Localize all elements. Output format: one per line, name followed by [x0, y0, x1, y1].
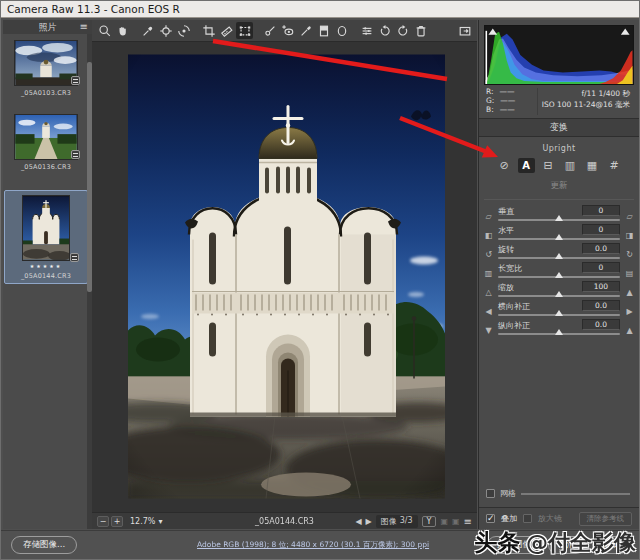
adjustment-brush-tool-icon[interactable] — [297, 22, 314, 39]
upright-full-button[interactable]: ▦ — [584, 158, 601, 173]
thumbnail-filename: _05A0136.CR3 — [6, 163, 86, 171]
thumbnail-cell-3-selected[interactable]: ★★★★★ _05A0144.CR3 — [4, 190, 88, 284]
slider-row-x-offset: ◀ 横向补正 0.0 ▶ — [484, 301, 634, 319]
upright-level-button[interactable]: ⊟ — [540, 158, 557, 173]
before-after-toggle[interactable]: Y — [422, 516, 437, 527]
exif-info: R:—— G:—— B:—— f/11 1/400 秒 ISO 100 11-2… — [486, 88, 632, 115]
aspect-left-icon[interactable]: ▥ — [482, 269, 495, 278]
rotate-right-icon[interactable] — [394, 22, 411, 39]
scale-right-icon[interactable]: ▲ — [623, 288, 636, 297]
scale-value[interactable]: 100 — [582, 281, 620, 292]
zoom-out-button[interactable]: − — [97, 516, 109, 527]
upright-guided-button[interactable]: # — [606, 158, 623, 173]
loupe-label: 放大镜 — [538, 513, 562, 524]
zoom-level-select[interactable]: 12.7% ▾ — [130, 517, 162, 526]
open-image-button[interactable]: 打开图像 — [487, 536, 541, 554]
grid-checkbox[interactable] — [486, 489, 495, 498]
preview-preferences-icon[interactable]: ≡ — [464, 516, 472, 527]
slider-row-y-offset: ▼ 纵向补正 0.0 ▲ — [484, 320, 634, 338]
y-offset-slider[interactable] — [498, 333, 620, 335]
upright-mode-buttons: ⊘ A ⊟ ▥ ▦ # — [484, 158, 634, 173]
vertical-value[interactable]: 0 — [582, 205, 620, 216]
rotate-right-icon[interactable]: ↻ — [623, 250, 636, 259]
chevron-down-icon: ▾ — [158, 517, 162, 526]
rotate-left-icon[interactable]: ↺ — [482, 250, 495, 259]
rating-stars[interactable]: ★★★★★ — [5, 263, 87, 269]
loupe-checkbox[interactable] — [523, 514, 532, 523]
filmstrip-title: 照片 — [39, 21, 57, 34]
canvas-area: − + 12.7% ▾ _05A0144.CR3 ◀ ▶ 图像3/3 Y ▣ ▣… — [92, 20, 477, 529]
rotate-left-icon[interactable] — [376, 22, 393, 39]
preferences-icon[interactable] — [358, 22, 375, 39]
toggle-fullscreen-icon[interactable] — [456, 22, 473, 39]
thumbnail-image-2[interactable] — [14, 114, 78, 160]
crop-tool-icon[interactable] — [200, 22, 217, 39]
thumbnail-image-3[interactable] — [22, 195, 70, 261]
window-title: Camera Raw 11.3 - Canon EOS R — [7, 3, 180, 15]
x-offset-value[interactable]: 0.0 — [582, 300, 620, 311]
radial-filter-tool-icon[interactable] — [333, 22, 350, 39]
aspect-value[interactable]: 0 — [582, 262, 620, 273]
grid-size-slider[interactable] — [521, 493, 630, 495]
horizontal-slider[interactable] — [498, 238, 620, 240]
x-offset-left-icon[interactable]: ◀ — [482, 307, 495, 316]
trash-icon[interactable] — [412, 22, 429, 39]
copy-settings-icon: ▣ — [452, 517, 460, 526]
hand-tool-icon[interactable] — [114, 22, 131, 39]
thumbnail-image-1[interactable] — [14, 40, 78, 86]
thumbnail-cell-2[interactable]: _05A0136.CR3 — [6, 114, 86, 171]
zoom-tool-icon[interactable] — [96, 22, 113, 39]
targeted-adjustment-tool-icon[interactable] — [175, 22, 192, 39]
histogram[interactable] — [484, 25, 634, 85]
horizontal-right-icon[interactable]: ◨ — [623, 231, 636, 240]
update-button[interactable]: 更新 — [484, 180, 634, 192]
red-eye-tool-icon[interactable] — [279, 22, 296, 39]
x-offset-right-icon[interactable]: ▶ — [623, 307, 636, 316]
vertical-right-icon[interactable]: ▱ — [623, 212, 636, 221]
vertical-left-icon[interactable]: ▱ — [482, 212, 495, 221]
upright-off-button[interactable]: ⊘ — [496, 158, 513, 173]
status-bar: − + 12.7% ▾ _05A0144.CR3 ◀ ▶ 图像3/3 Y ▣ ▣… — [92, 512, 477, 529]
horizontal-value[interactable]: 0 — [582, 224, 620, 235]
upright-auto-button[interactable]: A — [518, 158, 535, 173]
overlay-checkbox[interactable] — [486, 514, 495, 523]
x-offset-slider[interactable] — [498, 314, 620, 316]
grid-option-row: 网格 — [486, 488, 632, 499]
aspect-right-icon[interactable]: ▤ — [623, 269, 636, 278]
y-offset-right-icon[interactable]: ▲ — [623, 326, 636, 335]
settings-badge-icon — [71, 76, 80, 85]
scale-slider[interactable] — [498, 295, 620, 297]
preview-image[interactable] — [128, 54, 445, 499]
y-offset-left-icon[interactable]: ▼ — [482, 326, 495, 335]
transform-tool-icon[interactable] — [236, 22, 253, 39]
zoom-in-button[interactable]: + — [111, 516, 123, 527]
image-view[interactable] — [92, 42, 477, 512]
done-button[interactable]: 完成 — [592, 536, 629, 554]
tool-options-bar: 叠加 放大镜 清除参考线 — [479, 507, 639, 529]
upright-vertical-button[interactable]: ▥ — [562, 158, 579, 173]
vertical-slider[interactable] — [498, 219, 620, 221]
color-sampler-tool-icon[interactable] — [157, 22, 174, 39]
rgb-readout: R:—— G:—— B:—— — [486, 88, 538, 115]
filmstrip-menu-icon[interactable]: ≡ — [80, 20, 88, 34]
slider-row-aspect: ▥ 长宽比 0 ▤ — [484, 263, 634, 281]
prev-image-button[interactable]: ◀ — [355, 517, 361, 526]
rotate-slider[interactable] — [498, 257, 620, 259]
spot-removal-tool-icon[interactable] — [261, 22, 278, 39]
straighten-tool-icon[interactable] — [218, 22, 235, 39]
graduated-filter-tool-icon[interactable] — [315, 22, 332, 39]
horizontal-left-icon[interactable]: ◧ — [482, 231, 495, 240]
clear-guides-button[interactable]: 清除参考线 — [579, 512, 633, 526]
slider-row-horizontal: ◧ 水平 0 ◨ — [484, 225, 634, 243]
workflow-options-link[interactable]: Adobe RGB (1998); 8 位; 4480 x 6720 (30.1… — [197, 540, 429, 550]
aspect-slider[interactable] — [498, 276, 620, 278]
next-image-button[interactable]: ▶ — [366, 517, 372, 526]
scale-left-icon[interactable]: △ — [482, 288, 495, 297]
thumbnail-cell-1[interactable]: _05A0103.CR3 — [6, 40, 86, 97]
cancel-button[interactable]: 取消 — [548, 536, 585, 554]
white-balance-tool-icon[interactable] — [139, 22, 156, 39]
save-image-button[interactable]: 存储图像... — [11, 536, 77, 554]
y-offset-value[interactable]: 0.0 — [582, 319, 620, 330]
title-bar[interactable]: Camera Raw 11.3 - Canon EOS R — [1, 1, 639, 18]
rotate-value[interactable]: 0.0 — [582, 243, 620, 254]
